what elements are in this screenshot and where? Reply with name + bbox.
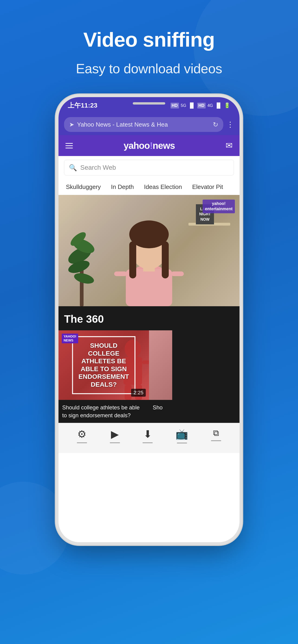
- video-card-2-caption: Sho: [149, 400, 172, 418]
- gear-icon: ⚙: [77, 428, 86, 440]
- tab-ideas-election[interactable]: Ideas Election: [139, 179, 187, 195]
- yahoo-exclaim: !: [150, 140, 152, 151]
- search-icon: 🔍: [69, 164, 77, 172]
- battery-icon: 🔋: [224, 102, 230, 108]
- section-title-text: The 360: [64, 313, 104, 325]
- mail-icon[interactable]: ✉: [226, 141, 232, 150]
- video-overlay-text-1: SHOULD COLLEGE ATHLETES BE ABLE TO SIGN …: [79, 342, 129, 388]
- yahoo-news-text: news: [153, 140, 175, 151]
- video-card-2[interactable]: Sho: [149, 330, 172, 423]
- tab-elevator-pitch[interactable]: Elevator Pit: [187, 179, 228, 195]
- plant-decoration-svg: [63, 209, 100, 306]
- play-icon: ▶: [111, 428, 119, 440]
- refresh-icon[interactable]: ↻: [213, 121, 218, 128]
- 4g-badge: 4G: [207, 103, 213, 108]
- toolbar-dash-2: [110, 442, 120, 443]
- video-card-2-thumbnail: [149, 330, 172, 400]
- svg-rect-18: [142, 360, 149, 364]
- hd-badge-2: HD: [197, 103, 206, 108]
- toolbar-play-button[interactable]: ▶: [110, 428, 120, 443]
- cast-icon: 📺: [175, 428, 188, 440]
- video-text-overlay-1: SHOULD COLLEGE ATHLETES BE ABLE TO SIGN …: [72, 336, 136, 394]
- main-video-background: LASTNIGHTNOW yahoo! entertainment: [59, 195, 239, 306]
- video-card-1-caption: Should college athletes be able to sign …: [59, 400, 149, 423]
- yahoo-news-badge-1: YAHOO! NEWS: [62, 334, 78, 343]
- navigation-arrow-icon: ➤: [69, 121, 74, 128]
- nav-tabs: Skullduggery In Depth Ideas Election Ele…: [59, 179, 239, 195]
- section-title: The 360: [59, 306, 239, 330]
- video-duration-badge-1: 2:25: [131, 389, 146, 397]
- status-time: 上午11:23: [68, 101, 98, 110]
- toolbar-dash-3: [143, 442, 153, 443]
- yahoo-logo-text: yahoo: [123, 140, 150, 151]
- browser-bar: ➤ Yahoo News - Latest News & Hea ↻ ⋮: [59, 114, 239, 135]
- main-video-thumbnail[interactable]: LASTNIGHTNOW yahoo! entertainment: [59, 195, 239, 306]
- video-card-1[interactable]: SHOULD COLLEGE ATHLETES BE ABLE TO SIGN …: [59, 330, 149, 423]
- 5g-badge: 5G: [181, 103, 186, 108]
- person-silhouette-svg: [107, 204, 191, 306]
- phone-screen: 上午11:23 HD 5G ▐▌ HD 4G ▐▌ 🔋 ➤ Yahoo News…: [59, 97, 239, 542]
- tab-in-depth[interactable]: In Depth: [106, 179, 139, 195]
- url-text: Yahoo News - Latest News & Hea: [77, 121, 210, 128]
- svg-point-4: [73, 271, 95, 285]
- hd-badge-1: HD: [171, 103, 179, 108]
- yahoo-news-header: yahoo!news ✉: [59, 135, 239, 156]
- video-cards-row: SHOULD COLLEGE ATHLETES BE ABLE TO SIGN …: [59, 330, 239, 423]
- signal-bars-2: ▐▌: [215, 102, 222, 108]
- toolbar-cast-button[interactable]: 📺: [175, 428, 188, 444]
- copy-icon: ⧉: [213, 428, 219, 438]
- toolbar-settings-button[interactable]: ⚙: [77, 428, 87, 443]
- video-overlay-logo: yahoo! entertainment: [203, 200, 235, 213]
- yahoo-news-logo: yahoo!news: [123, 140, 175, 151]
- download-icon: ⬇: [143, 428, 152, 440]
- video-card-1-thumbnail: SHOULD COLLEGE ATHLETES BE ABLE TO SIGN …: [59, 330, 149, 400]
- phone-mockup: 上午11:23 HD 5G ▐▌ HD 4G ▐▌ 🔋 ➤ Yahoo News…: [59, 97, 239, 542]
- hamburger-menu-button[interactable]: [66, 143, 73, 148]
- url-bar[interactable]: ➤ Yahoo News - Latest News & Hea ↻: [64, 117, 223, 132]
- status-bar: 上午11:23 HD 5G ▐▌ HD 4G ▐▌ 🔋: [59, 97, 239, 114]
- signal-bars-1: ▐▌: [188, 102, 195, 108]
- phone-pill: [133, 102, 165, 104]
- svg-rect-14: [171, 272, 184, 276]
- toolbar-copy-button[interactable]: ⧉: [211, 428, 221, 441]
- svg-rect-13: [114, 272, 127, 276]
- toolbar-download-button[interactable]: ⬇: [143, 428, 153, 443]
- browser-menu-button[interactable]: ⋮: [226, 120, 234, 129]
- bottom-toolbar: ⚙ ▶ ⬇ 📺 ⧉: [59, 423, 239, 453]
- search-placeholder-text: Search Web: [80, 164, 116, 171]
- tab-skullduggery[interactable]: Skullduggery: [61, 179, 106, 195]
- status-icons: HD 5G ▐▌ HD 4G ▐▌ 🔋: [171, 102, 230, 108]
- toolbar-dash-1: [77, 442, 87, 443]
- search-bar[interactable]: 🔍 Search Web: [64, 160, 234, 176]
- toolbar-dash-4: [177, 442, 187, 444]
- hero-title: Video sniffing: [83, 28, 215, 52]
- phone-frame: 上午11:23 HD 5G ▐▌ HD 4G ▐▌ 🔋 ➤ Yahoo News…: [59, 97, 239, 542]
- svg-rect-12: [162, 241, 169, 278]
- toolbar-dash-5: [211, 440, 221, 441]
- svg-rect-11: [129, 241, 136, 278]
- hero-subtitle: Easy to download videos: [76, 61, 222, 76]
